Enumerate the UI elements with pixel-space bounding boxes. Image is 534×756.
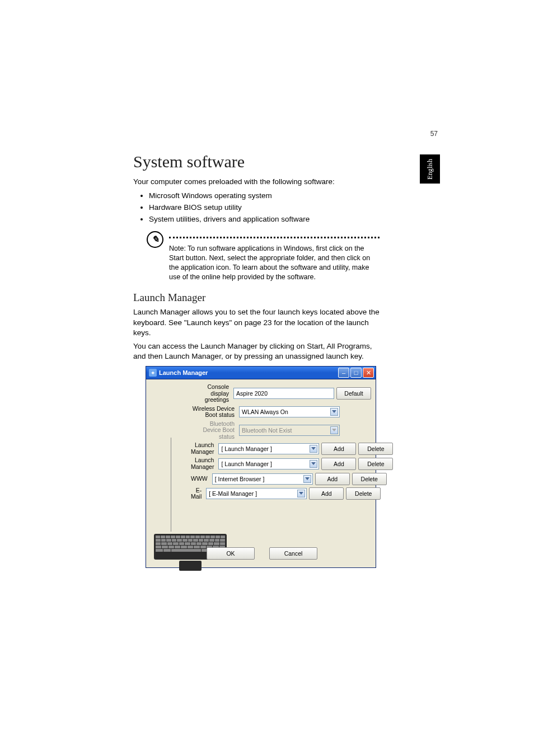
- note-block: ✎ Note: To run software applications in …: [133, 231, 380, 282]
- email-value: [ E-Mail Manager ]: [209, 490, 257, 497]
- launch1-dropdown[interactable]: [ Launch Manager ]: [218, 443, 319, 454]
- app-icon: ✦: [149, 369, 157, 377]
- chevron-down-icon: [311, 462, 316, 465]
- chevron-down-icon: [299, 492, 303, 495]
- window-title: Launch Manager: [159, 369, 208, 376]
- minimize-button[interactable]: –: [338, 368, 349, 378]
- note-text: Note: To run software applications in Wi…: [169, 244, 380, 282]
- bullet-item: Hardware BIOS setup utility: [149, 202, 380, 214]
- language-tab: English: [420, 154, 440, 184]
- www-value: [ Internet Browser ]: [215, 476, 265, 482]
- greetings-label: Console display greetings: [191, 384, 233, 403]
- email-dropdown[interactable]: [ E-Mail Manager ]: [206, 488, 307, 499]
- bluetooth-value: Bluetooth Not Exist: [242, 427, 292, 434]
- intro-paragraph: Your computer comes preloaded with the f…: [133, 177, 380, 187]
- window-titlebar[interactable]: ✦ Launch Manager – □ ✕: [146, 367, 376, 379]
- www-dropdown[interactable]: [ Internet Browser ]: [212, 473, 313, 485]
- delete-button[interactable]: Delete: [358, 458, 393, 470]
- wlan-label: Wireless Device Boot status: [191, 406, 239, 419]
- launch1-value: [ Launch Manager ]: [221, 445, 271, 452]
- maximize-button[interactable]: □: [350, 368, 362, 378]
- www-label: WWW: [191, 476, 212, 482]
- chevron-down-icon: [332, 429, 336, 431]
- delete-button[interactable]: Delete: [346, 487, 381, 500]
- bluetooth-label: Bluetooth Device Boot status: [191, 421, 239, 440]
- launch1-label: Launch Manager: [191, 442, 218, 455]
- launch2-value: [ Launch Manager ]: [221, 461, 271, 467]
- add-button[interactable]: Add: [321, 443, 356, 455]
- paragraph: You can access the Launch Manager by cli…: [133, 341, 380, 361]
- launch2-dropdown[interactable]: [ Launch Manager ]: [218, 458, 319, 469]
- launch2-label: Launch Manager: [191, 457, 218, 470]
- key-indicator-column: [154, 413, 190, 558]
- add-button[interactable]: Add: [315, 473, 350, 485]
- cancel-button[interactable]: Cancel: [269, 547, 317, 560]
- default-button[interactable]: Default: [336, 387, 371, 400]
- wlan-dropdown[interactable]: WLAN Always On: [239, 406, 340, 417]
- ok-button[interactable]: OK: [207, 547, 255, 560]
- page-number: 57: [430, 130, 438, 138]
- subheading-launch-manager: Launch Manager: [133, 292, 380, 304]
- add-button[interactable]: Add: [309, 487, 344, 500]
- note-icon: ✎: [147, 231, 163, 248]
- bullet-item: Microsoft Windows operating system: [149, 190, 380, 202]
- bluetooth-dropdown: Bluetooth Not Exist: [239, 425, 340, 436]
- chevron-down-icon: [311, 447, 316, 450]
- note-divider: [169, 231, 380, 238]
- close-button[interactable]: ✕: [363, 368, 374, 378]
- delete-button[interactable]: Delete: [352, 473, 387, 485]
- add-button[interactable]: Add: [321, 458, 356, 470]
- chevron-down-icon: [305, 477, 310, 480]
- delete-button[interactable]: Delete: [358, 443, 393, 455]
- email-label: E-Mail: [191, 487, 206, 500]
- chevron-down-icon: [332, 410, 336, 413]
- wlan-value: WLAN Always On: [242, 408, 288, 415]
- heading-system-software: System software: [133, 152, 380, 171]
- paragraph: Launch Manager allows you to set the fou…: [133, 307, 380, 338]
- greetings-input[interactable]: Aspire 2020: [233, 388, 334, 399]
- launch-manager-window: ✦ Launch Manager – □ ✕: [146, 366, 376, 568]
- language-tab-label: English: [426, 159, 434, 180]
- bullet-item: System utilities, drivers and applicatio…: [149, 214, 380, 226]
- software-bullet-list: Microsoft Windows operating system Hardw…: [133, 190, 380, 226]
